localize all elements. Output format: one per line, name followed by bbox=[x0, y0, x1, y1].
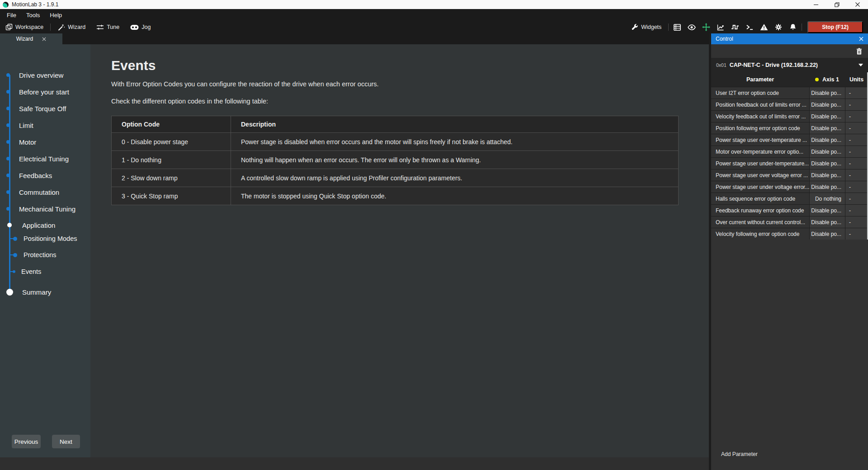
parameter-table-header: Parameter Axis 1 Units bbox=[711, 72, 868, 87]
tab-close-icon[interactable] bbox=[42, 37, 46, 41]
parameter-value[interactable]: Disable po... bbox=[809, 228, 845, 240]
minimize-button[interactable] bbox=[806, 0, 826, 9]
signals-button[interactable] bbox=[728, 21, 742, 33]
restore-button[interactable] bbox=[826, 0, 847, 9]
trash-icon bbox=[856, 48, 862, 55]
tab-strip: Wizard bbox=[0, 33, 709, 44]
wave-icon bbox=[731, 24, 739, 30]
wizard-step-mechanical-tuning[interactable]: Mechanical Tuning bbox=[0, 203, 90, 214]
parameter-value[interactable]: Disable po... bbox=[809, 216, 845, 228]
motion-button[interactable] bbox=[699, 21, 713, 33]
chart-icon bbox=[717, 24, 724, 31]
parameter-units: - bbox=[845, 122, 868, 134]
device-selector[interactable]: 0x01 CAP-NET-C - Drive (192.168.2.22) bbox=[711, 58, 868, 72]
registers-button[interactable] bbox=[670, 21, 684, 33]
wizard-step-feedbacks[interactable]: Feedbacks bbox=[0, 170, 90, 181]
step-label: Summary bbox=[22, 288, 51, 296]
parameter-value[interactable]: Do nothing bbox=[809, 193, 845, 204]
option-code-table: Option Code Description 0 - Disable powe… bbox=[111, 116, 679, 205]
wizard-step-limit[interactable]: Limit bbox=[0, 120, 90, 131]
description-cell: Nothing will happen when an error occurs… bbox=[231, 151, 679, 169]
table-header-row: Option Code Description bbox=[112, 116, 679, 133]
gear-icon bbox=[775, 24, 782, 31]
parameter-value[interactable]: Disable po... bbox=[809, 146, 845, 157]
axis-status-dot bbox=[815, 78, 819, 81]
stop-button[interactable]: Stop (F12) bbox=[807, 21, 863, 33]
scope-button[interactable] bbox=[713, 21, 728, 33]
settings-button[interactable] bbox=[771, 21, 786, 33]
wizard-step-safe-torque-off[interactable]: Safe Torque Off bbox=[0, 103, 90, 114]
parameter-value[interactable]: Disable po... bbox=[809, 111, 845, 122]
monitor-button[interactable] bbox=[684, 21, 699, 33]
step-label: Electrical Tuning bbox=[19, 155, 69, 163]
control-toolbar bbox=[711, 44, 868, 58]
notifications-button[interactable] bbox=[786, 21, 800, 33]
parameter-value[interactable]: Disable po... bbox=[809, 181, 845, 193]
parameter-units: - bbox=[845, 134, 868, 146]
step-bullet bbox=[13, 237, 17, 241]
menu-file[interactable]: File bbox=[2, 10, 21, 20]
tune-button[interactable]: Tune bbox=[91, 21, 125, 33]
tab-wizard[interactable]: Wizard bbox=[0, 33, 62, 44]
wizard-step-electrical-tuning[interactable]: Electrical Tuning bbox=[0, 153, 90, 164]
delete-parameter-button[interactable] bbox=[856, 48, 862, 55]
description-header: Description bbox=[231, 116, 679, 133]
tune-icon bbox=[96, 24, 104, 31]
option-code-header: Option Code bbox=[112, 116, 231, 133]
title-bar: MotionLab 3 - 1.9.1 bbox=[0, 0, 868, 9]
parameter-value[interactable]: Disable po... bbox=[809, 87, 845, 99]
parameter-value[interactable]: Disable po... bbox=[809, 122, 845, 134]
parameter-value[interactable]: Disable po... bbox=[809, 169, 845, 181]
parameter-value[interactable]: Disable po... bbox=[809, 134, 845, 146]
parameter-units: - bbox=[845, 205, 868, 216]
add-parameter-button[interactable]: Add Parameter bbox=[721, 451, 758, 457]
next-button[interactable]: Next bbox=[52, 435, 80, 448]
wizard-step-protections[interactable]: Protections bbox=[0, 249, 90, 260]
wizard-step-positioning-modes[interactable]: Positioning Modes bbox=[0, 233, 90, 244]
menu-help[interactable]: Help bbox=[45, 10, 67, 20]
page-title: Events bbox=[111, 58, 679, 73]
step-label: Mechanical Tuning bbox=[19, 205, 75, 213]
menu-tools[interactable]: Tools bbox=[21, 10, 45, 20]
wizard-button[interactable]: Wizard bbox=[52, 21, 91, 33]
close-window-button[interactable] bbox=[847, 0, 868, 9]
previous-button[interactable]: Previous bbox=[12, 435, 41, 448]
control-close-button[interactable] bbox=[859, 37, 863, 41]
widgets-button[interactable]: Widgets bbox=[626, 21, 667, 33]
console-button[interactable] bbox=[742, 21, 757, 33]
parameter-value[interactable]: Disable po... bbox=[809, 205, 845, 216]
parameter-name: Power stage user over-temperature ... bbox=[711, 134, 809, 146]
toolbar-divider bbox=[802, 24, 802, 31]
step-bullet bbox=[6, 107, 10, 110]
toolbar: Workspace Wizard Tune Jog Widgets bbox=[0, 21, 868, 33]
parameter-name: Position following error option code bbox=[711, 122, 809, 134]
workspace-label: Workspace bbox=[15, 24, 43, 30]
wizard-step-drive-overview[interactable]: Drive overview bbox=[0, 70, 90, 80]
terminal-icon bbox=[746, 24, 754, 30]
parameter-value[interactable]: Disable po... bbox=[809, 158, 845, 169]
step-label: Events bbox=[21, 268, 41, 275]
step-label: Safe Torque Off bbox=[19, 105, 66, 113]
option-code-cell: 3 - Quick Stop ramp bbox=[112, 187, 231, 205]
jog-button[interactable]: Jog bbox=[125, 21, 156, 33]
wizard-step-before-your-start[interactable]: Before your start bbox=[0, 86, 90, 97]
table-row: 1 - Do nothing Nothing will happen when … bbox=[112, 151, 679, 169]
parameter-value[interactable]: Disable po... bbox=[809, 99, 845, 110]
parameter-row: User I2T error option codeDisable po...- bbox=[711, 87, 868, 99]
wizard-step-commutation[interactable]: Commutation bbox=[0, 187, 90, 197]
control-panel: Control 0x01 CAP-NET-C - Drive (192.168.… bbox=[711, 33, 868, 470]
table-row: 2 - Slow down ramp A controlled slow dow… bbox=[112, 169, 679, 187]
workspace-button[interactable]: Workspace bbox=[0, 21, 49, 33]
parameter-row: Power stage user under-temperature...Dis… bbox=[711, 157, 868, 169]
errors-button[interactable] bbox=[757, 21, 771, 33]
wizard-step-events[interactable]: Events bbox=[0, 266, 90, 277]
chevron-down-icon[interactable] bbox=[859, 64, 863, 66]
wizard-step-motor[interactable]: Motor bbox=[0, 136, 90, 147]
parameter-row: Velocity following error option codeDisa… bbox=[711, 228, 868, 240]
parameter-units: - bbox=[845, 87, 868, 99]
parameter-row: Position feedback out of limits error ..… bbox=[711, 99, 868, 110]
description-cell: The motor is stopped using Quick Stop op… bbox=[231, 187, 679, 205]
wizard-step-summary[interactable]: Summary bbox=[0, 287, 90, 297]
step-bullet bbox=[6, 140, 10, 144]
step-bullet bbox=[13, 270, 15, 273]
